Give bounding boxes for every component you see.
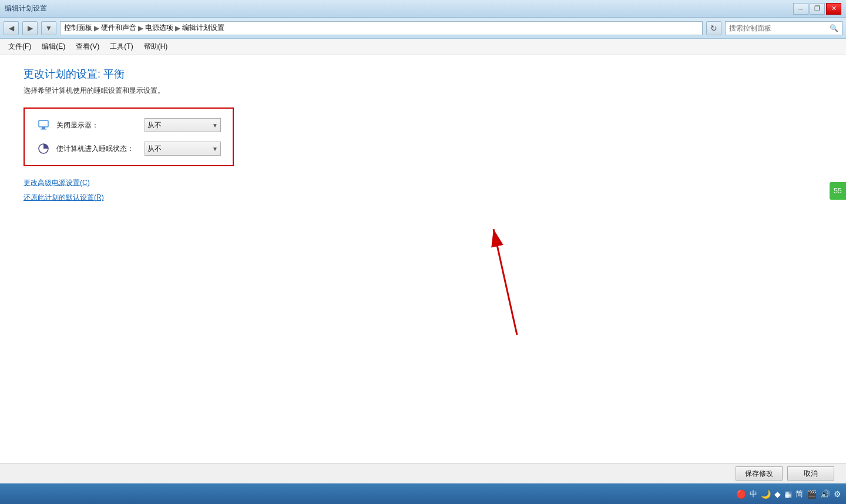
taskbar-icon-grid[interactable]: ▦ [784, 489, 792, 499]
search-input[interactable] [729, 24, 830, 32]
green-badge: 55 [830, 182, 846, 200]
display-select-arrow: ▼ [212, 122, 218, 129]
sleep-label: 使计算机进入睡眠状态： [56, 144, 139, 154]
taskbar-icons: 🔴 中 🌙 ◆ ▦ 简 🎬 🔊 ⚙ [736, 489, 841, 499]
cancel-button[interactable]: 取消 [787, 466, 834, 481]
minimize-button[interactable]: ─ [793, 3, 808, 15]
link-section-1: 更改高级电源设置(C) [24, 178, 822, 188]
sleep-icon [36, 142, 51, 156]
display-select-value: 从不 [147, 120, 162, 130]
window-title: 编辑计划设置 [5, 4, 47, 14]
page-title: 更改计划的设置: 平衡 [24, 67, 822, 81]
breadcrumb-sep2: ▶ [138, 24, 143, 32]
breadcrumb-part3: 电源选项 [145, 23, 173, 33]
menu-file[interactable]: 文件(F) [4, 40, 36, 53]
taskbar-icon-ime[interactable]: 🔴 [736, 489, 746, 499]
main-content: 更改计划的设置: 平衡 选择希望计算机使用的睡眠设置和显示设置。 关闭显示器： … [0, 55, 846, 483]
sleep-setting-row: 使计算机进入睡眠状态： 从不 ▼ [36, 142, 221, 156]
menu-help[interactable]: 帮助(H) [139, 40, 173, 53]
title-bar-buttons: ─ ❐ ✕ [793, 3, 841, 15]
breadcrumb-part2: 硬件和声音 [101, 23, 136, 33]
svg-rect-1 [42, 127, 45, 129]
taskbar-icon-diamond[interactable]: ◆ [774, 489, 781, 499]
display-select[interactable]: 从不 ▼ [145, 118, 221, 132]
display-label: 关闭显示器： [56, 120, 139, 130]
advanced-power-link[interactable]: 更改高级电源设置(C) [24, 179, 90, 187]
link-section-2: 还原此计划的默认设置(R) [24, 193, 822, 203]
breadcrumb-sep3: ▶ [175, 24, 180, 32]
search-icon: 🔍 [830, 24, 838, 32]
restore-defaults-link[interactable]: 还原此计划的默认设置(R) [24, 193, 104, 201]
taskbar-icon-moon[interactable]: 🌙 [761, 489, 771, 499]
settings-box: 关闭显示器： 从不 ▼ 使计算机进入睡眠状态： 从不 ▼ [24, 107, 234, 166]
display-setting-row: 关闭显示器： 从不 ▼ [36, 118, 221, 132]
taskbar-icon-cn[interactable]: 中 [750, 489, 757, 499]
menu-edit[interactable]: 编辑(E) [37, 40, 70, 53]
restore-button[interactable]: ❐ [810, 3, 825, 15]
sleep-select-value: 从不 [147, 144, 162, 154]
sleep-select-arrow: ▼ [212, 146, 218, 152]
taskbar-icon-jian[interactable]: 简 [795, 489, 803, 499]
breadcrumb-part4: 编辑计划设置 [182, 23, 224, 33]
forward-button[interactable]: ▶ [22, 21, 38, 35]
close-button[interactable]: ✕ [826, 3, 841, 15]
sleep-select[interactable]: 从不 ▼ [145, 142, 221, 156]
title-bar-left: 编辑计划设置 [5, 4, 47, 14]
back-button[interactable]: ◀ [4, 21, 19, 35]
taskbar: 🔴 中 🌙 ◆ ▦ 简 🎬 🔊 ⚙ [0, 483, 846, 504]
breadcrumb-part1: 控制面板 [64, 23, 92, 33]
svg-rect-0 [39, 120, 48, 127]
address-path[interactable]: 控制面板 ▶ 硬件和声音 ▶ 电源选项 ▶ 编辑计划设置 [60, 21, 703, 35]
page-description: 选择希望计算机使用的睡眠设置和显示设置。 [24, 86, 822, 96]
recent-button[interactable]: ▼ [41, 21, 56, 35]
menu-bar: 文件(F) 编辑(E) 查看(V) 工具(T) 帮助(H) [0, 39, 846, 55]
taskbar-icon-media[interactable]: 🎬 [807, 489, 817, 499]
search-box[interactable]: 🔍 [725, 21, 842, 35]
svg-rect-2 [41, 129, 46, 130]
save-button[interactable]: 保存修改 [736, 466, 783, 481]
address-bar: ◀ ▶ ▼ 控制面板 ▶ 硬件和声音 ▶ 电源选项 ▶ 编辑计划设置 ↻ 🔍 [0, 18, 846, 39]
taskbar-icon-gear[interactable]: ⚙ [834, 489, 841, 499]
refresh-button[interactable]: ↻ [706, 21, 721, 35]
menu-tools[interactable]: 工具(T) [105, 40, 137, 53]
monitor-icon [36, 118, 51, 132]
breadcrumb-sep1: ▶ [94, 24, 99, 32]
title-bar: 编辑计划设置 ─ ❐ ✕ [0, 0, 846, 18]
bottom-bar: 保存修改 取消 [0, 463, 846, 483]
menu-view[interactable]: 查看(V) [71, 40, 104, 53]
taskbar-icon-volume[interactable]: 🔊 [820, 489, 830, 499]
